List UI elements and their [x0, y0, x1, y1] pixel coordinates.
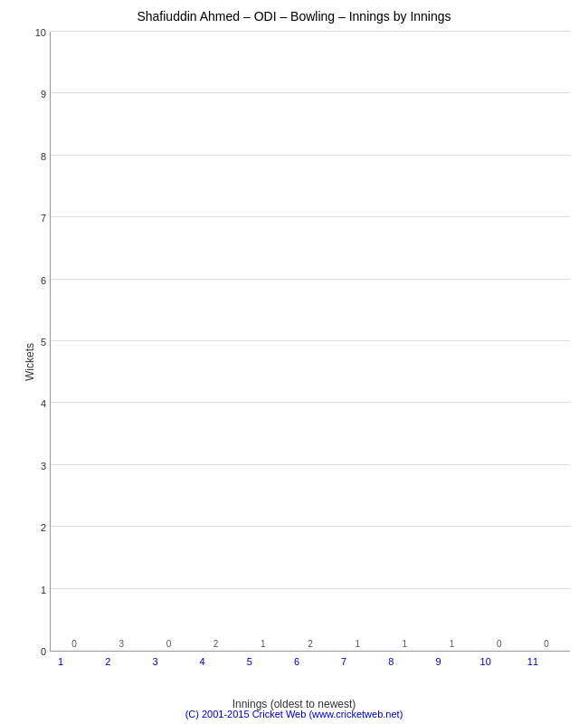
bar-value-label: 0 [481, 639, 517, 649]
bar [155, 650, 182, 651]
x-tick-label: 11 [515, 656, 551, 667]
chart-title: Shafiuddin Ahmed – ODI – Bowling – Innin… [0, 0, 588, 28]
grid-line [51, 92, 570, 93]
bar-value-label: 1 [245, 639, 281, 649]
bar-value-label: 1 [434, 639, 470, 649]
y-tick-label: 1 [24, 585, 46, 595]
y-tick-label: 3 [24, 461, 46, 472]
y-tick-label: 10 [24, 27, 46, 38]
x-tick-label: 6 [279, 656, 315, 667]
grid-line [51, 279, 570, 280]
y-tick-label: 7 [24, 213, 46, 224]
bar-value-label: 2 [292, 639, 328, 649]
y-tick-label: 2 [24, 522, 46, 533]
bar [486, 650, 513, 651]
grid-line [51, 216, 570, 217]
y-tick-label: 5 [24, 337, 46, 348]
grid-line [51, 155, 570, 156]
y-axis-title: Wickets [24, 343, 36, 381]
x-tick-label: 1 [43, 656, 79, 667]
bar-value-label: 0 [528, 639, 564, 649]
bar-value-label: 1 [386, 639, 422, 649]
bar [533, 650, 560, 651]
y-tick-label-zero: 0 [24, 646, 46, 657]
x-tick-label: 8 [373, 656, 409, 667]
chart-area: 013203241526171819010011 123456789100 [50, 32, 570, 652]
grid-line [51, 340, 570, 341]
chart-container: Shafiuddin Ahmed – ODI – Bowling – Innin… [0, 0, 588, 724]
bars-container: 013203241526171819010011 [51, 32, 570, 651]
bar-value-label: 3 [103, 639, 139, 649]
x-tick-label: 10 [468, 656, 504, 667]
grid-line [51, 588, 570, 589]
grid-line [51, 31, 570, 32]
x-tick-label: 3 [137, 656, 173, 667]
y-tick-label: 6 [24, 275, 46, 286]
grid-line [51, 464, 570, 465]
y-tick-label: 4 [24, 398, 46, 409]
copyright: (C) 2001-2015 Cricket Web (www.cricketwe… [0, 709, 588, 719]
bar-value-label: 1 [339, 639, 375, 649]
y-tick-label: 8 [24, 151, 46, 162]
bar [61, 650, 88, 651]
x-tick-label: 4 [185, 656, 221, 667]
grid-line [51, 526, 570, 527]
grid-line [51, 402, 570, 403]
bar-value-label: 0 [56, 639, 92, 649]
y-tick-label: 9 [24, 89, 46, 100]
x-tick-label: 2 [90, 656, 126, 667]
x-tick-label: 7 [326, 656, 362, 667]
bar-value-label: 0 [150, 639, 186, 649]
x-tick-label: 5 [232, 656, 268, 667]
bar-value-label: 2 [198, 639, 234, 649]
x-tick-label: 9 [421, 656, 457, 667]
